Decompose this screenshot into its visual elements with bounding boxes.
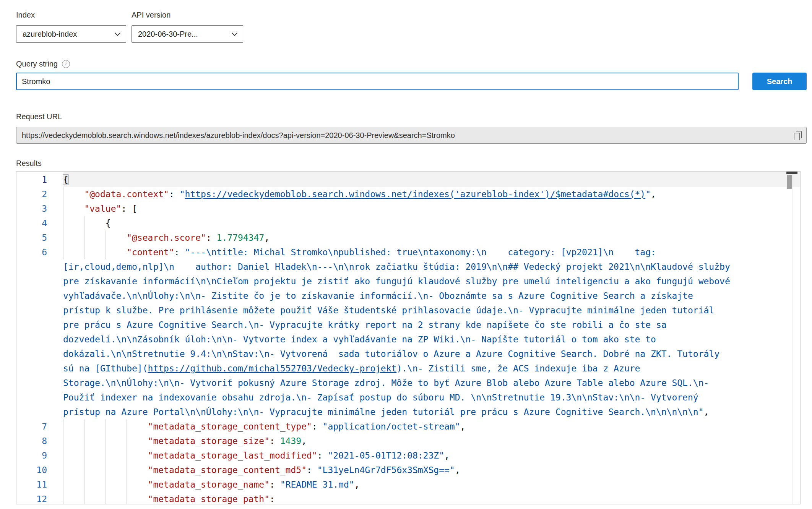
line-number: 11: [16, 477, 63, 492]
code-token: "application/octet-stream": [323, 421, 460, 431]
code-token: 1.7794347: [217, 233, 265, 243]
copy-url-button[interactable]: [789, 127, 806, 143]
indent-guide: [84, 216, 84, 230]
indent-guide: [63, 492, 63, 504]
indent-guide: [127, 434, 127, 448]
code-text: "metadata_storage_content_type": "applic…: [63, 419, 731, 434]
code-token: :: [206, 233, 217, 243]
info-icon[interactable]: i: [62, 60, 70, 68]
code-token: "metadata_storage_size": [148, 436, 270, 446]
code-line: 6 "content": "---\ntitle: Michal Stromko…: [16, 245, 800, 419]
indent-guide: [127, 419, 127, 434]
code-token: "@odata.context": [84, 189, 169, 199]
indent-guide: [106, 434, 106, 448]
code-line: 3 "value": [: [16, 201, 800, 216]
indent-guide: [63, 419, 63, 434]
indent-guide: [63, 434, 63, 448]
indent-guide: [127, 463, 127, 477]
code-token: "@search.score": [127, 233, 206, 243]
code-text: "content": "---\ntitle: Michal Stromko\n…: [63, 245, 731, 419]
indent-guide: [84, 230, 84, 245]
index-select[interactable]: azureblob-index: [16, 25, 126, 43]
code-text: {: [63, 172, 731, 187]
code-token: "content": [127, 247, 174, 257]
line-number: 6: [16, 245, 63, 419]
code-token: :: [174, 247, 185, 257]
code-token: ,: [455, 465, 460, 475]
embedded-link[interactable]: https://vedeckydemoblob.search.windows.n…: [185, 189, 646, 199]
api-version-select[interactable]: 2020-06-30-Pre...: [132, 25, 243, 43]
request-url-input[interactable]: [16, 127, 789, 143]
indent-guide: [63, 463, 63, 477]
indent-guide: [106, 419, 106, 434]
code-token: "metadata_storage_path": [148, 494, 270, 504]
line-number: 7: [16, 419, 63, 434]
line-number: 2: [16, 187, 63, 201]
code-text: "metadata_storage_size": 1439,: [63, 434, 731, 448]
indent-guide: [106, 492, 106, 504]
code-token: :: [169, 189, 180, 199]
code-token: {: [63, 218, 111, 228]
code-text: "metadata_storage_last_modified": "2021-…: [63, 448, 731, 463]
indent-guide: [106, 230, 106, 245]
code-token: 1439: [280, 436, 301, 446]
code-text: "@search.score": 1.7794347,: [63, 230, 731, 245]
filters-row: Index azureblob-index API version 2020-0…: [16, 10, 807, 43]
indent-guide: [84, 245, 84, 259]
code-token: ,: [704, 407, 709, 417]
code-line: 4 {: [16, 216, 800, 230]
results-json-editor[interactable]: 1{2 "@odata.context": "https://vedeckyde…: [16, 171, 801, 504]
code-text: {: [63, 216, 731, 230]
code-text: "metadata_storage_path": "aHR0cHM6Ly9jc2…: [63, 492, 731, 504]
code-line: 9 "metadata_storage_last_modified": "202…: [16, 448, 800, 463]
results-code: 1{2 "@odata.context": "https://vedeckyde…: [16, 172, 800, 504]
code-token: ,: [460, 421, 466, 431]
indent-guide: [106, 448, 106, 463]
indent-guide: [63, 216, 63, 230]
code-text: "value": [: [63, 201, 731, 216]
code-token: :: [270, 480, 280, 490]
code-token: "2021-05-01T12:08:23Z": [328, 451, 444, 460]
query-string-input[interactable]: [16, 73, 739, 90]
index-selected-value: azureblob-index: [23, 30, 77, 39]
code-token: "metadata_storage_name": [148, 480, 270, 490]
indent-guide: [84, 448, 84, 463]
line-number: 10: [16, 463, 63, 477]
code-token: ,: [651, 189, 656, 199]
line-number: 12: [16, 492, 63, 504]
code-token: ": [180, 189, 185, 199]
editor-scrollbar-thumb[interactable]: [787, 175, 792, 189]
code-token: "README 31.md": [280, 480, 354, 490]
search-button[interactable]: Search: [752, 73, 807, 90]
line-number: 9: [16, 448, 63, 463]
code-token: :: [307, 465, 317, 475]
code-line: 7 "metadata_storage_content_type": "appl…: [16, 419, 800, 434]
api-version-field: API version 2020-06-30-Pre...: [132, 10, 243, 43]
line-number: 5: [16, 230, 63, 245]
indent-guide: [84, 434, 84, 448]
index-field: Index azureblob-index: [16, 10, 126, 43]
query-string-label: Query string: [16, 59, 58, 69]
chevron-down-icon: [232, 30, 238, 36]
results-label: Results: [16, 158, 807, 168]
line-number: 8: [16, 434, 63, 448]
indent-guide: [63, 230, 63, 245]
request-url-label: Request URL: [16, 112, 807, 122]
chevron-down-icon: [115, 30, 121, 36]
code-token: :: [270, 436, 280, 446]
code-token: ,: [354, 480, 360, 490]
query-row: Search: [16, 73, 807, 90]
code-token: [63, 233, 127, 243]
indent-guide: [63, 187, 63, 201]
indent-guide: [127, 448, 127, 463]
api-version-label: API version: [132, 10, 243, 20]
code-token: :: [317, 451, 328, 460]
code-line: 10 "metadata_storage_content_md5": "L31y…: [16, 463, 800, 477]
query-label-row: Query string i: [16, 59, 807, 69]
embedded-link[interactable]: https://github.com/michal552703/Vedecky-…: [148, 363, 397, 373]
copy-icon: [794, 131, 801, 140]
line-number: 4: [16, 216, 63, 230]
code-line: 8 "metadata_storage_size": 1439,: [16, 434, 800, 448]
indent-guide: [127, 492, 127, 504]
code-token: "---\ntitle: Michal Stromko\npublished: …: [63, 247, 736, 373]
